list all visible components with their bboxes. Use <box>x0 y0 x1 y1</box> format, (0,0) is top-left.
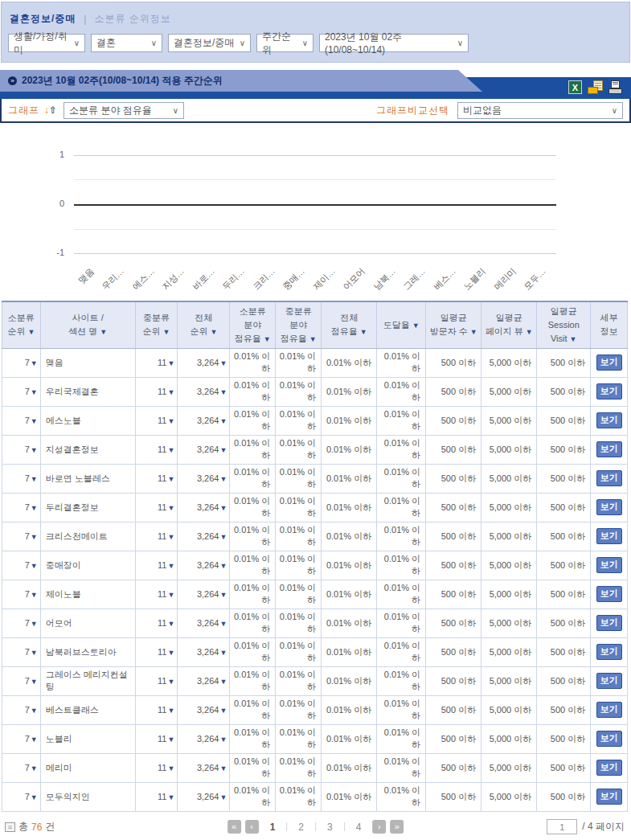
total-rank-value: 3,264 <box>197 358 219 367</box>
total-rank-value: 3,264 <box>197 502 219 512</box>
graph-metric-select[interactable]: 소분류 분야 점유율 ∨ <box>64 102 184 119</box>
midcategory-share-value: 0.01% 이하 <box>276 695 322 724</box>
col-header-avg-session-visit[interactable]: 일평균 Session Visit▼ <box>537 301 591 348</box>
col-header-reach[interactable]: 도달율▼ <box>377 301 426 348</box>
view-detail-button[interactable]: 보기 <box>596 586 622 602</box>
graph-compare-select[interactable]: 비교없음 ∨ <box>457 102 623 119</box>
ranking-table-body: 7▼ 맺음 11▼ 3,264▼ 0.01% 이하 0.01% 이하 0.01%… <box>2 348 628 811</box>
site-name: 모두의지인 <box>40 782 135 811</box>
total-share-value: 0.01% 이하 <box>322 666 377 695</box>
table-row: 7▼ 그레이스 메리지컨설팅 11▼ 3,264▼ 0.01% 이하 0.01%… <box>2 666 628 695</box>
page-number-3[interactable]: 3 <box>320 822 340 833</box>
x-axis-label: 에스… <box>129 265 157 293</box>
site-name: 남북러브스토리아 <box>40 637 135 666</box>
avg-daily-visitors-value: 500 이하 <box>426 637 481 666</box>
tab-subcategory-rank-info[interactable]: 소분류 순위정보 <box>94 12 170 26</box>
avg-daily-visitors-value: 500 이하 <box>426 666 481 695</box>
view-detail-button[interactable]: 보기 <box>596 528 622 544</box>
page-input[interactable] <box>547 819 577 834</box>
sort-down-icon: ▼ <box>526 328 533 336</box>
page-number-1[interactable]: 1 <box>263 822 283 833</box>
subcategory-share-value: 0.01% 이하 <box>230 724 276 753</box>
rank-down-icon: ▼ <box>167 417 174 425</box>
midcategory-rank-value: 11 <box>158 792 166 801</box>
view-detail-button[interactable]: 보기 <box>596 557 622 573</box>
period-type-select[interactable]: 주간순위 ∨ <box>256 34 313 52</box>
page-number-4[interactable]: 4 <box>349 822 369 833</box>
view-detail-button[interactable]: 보기 <box>596 383 622 400</box>
total-share-value: 0.01% 이하 <box>322 377 377 406</box>
category-mid-select[interactable]: 결혼 ∨ <box>91 34 162 52</box>
print-icon[interactable] <box>608 80 623 94</box>
x-axis-labels: 맺음우리…에스…지성…바로…두리…크리…중매…제이…어모어남북…그레…베스…노블… <box>74 256 556 296</box>
view-detail-button[interactable]: 보기 <box>596 499 622 515</box>
midcategory-share-value: 0.01% 이하 <box>276 464 322 493</box>
graph-label: 그래프 <box>8 104 39 117</box>
arrow-up-icon[interactable]: ⇧ <box>49 104 57 116</box>
chevron-down-icon: ∨ <box>151 39 157 47</box>
view-detail-button[interactable]: 보기 <box>596 470 622 486</box>
page-first-button[interactable]: « <box>227 820 241 834</box>
subcategory-rank-value: 7 <box>25 734 30 744</box>
avg-session-visit-value: 500 이하 <box>537 753 591 782</box>
rank-down-icon: ▼ <box>219 736 227 744</box>
rank-down-icon: ▼ <box>167 504 174 512</box>
view-detail-button[interactable]: 보기 <box>596 644 622 660</box>
col-header-avg-pageviews[interactable]: 일평균 페이지 뷰▼ <box>481 301 537 348</box>
midcategory-rank-value: 11 <box>158 502 166 512</box>
rank-down-icon: ▼ <box>31 736 38 744</box>
col-header-midcategory-rank[interactable]: 중분류 순위▼ <box>135 301 178 348</box>
period-week-select[interactable]: 2023년 10월 02주(10/08~10/14) ∨ <box>319 34 469 52</box>
col-header-avg-visitors[interactable]: 일평균 방문자 수▼ <box>426 301 481 348</box>
view-detail-button[interactable]: 보기 <box>596 615 622 631</box>
site-name: 맺음 <box>40 348 135 377</box>
sort-direction-toggle[interactable]: ↓⇧ <box>44 104 57 116</box>
col-header-subcategory-share[interactable]: 소분류 분야 점유율▼ <box>230 301 276 348</box>
avg-daily-visitors-value: 500 이하 <box>426 782 481 811</box>
site-name: 노블리 <box>40 724 135 753</box>
view-detail-button[interactable]: 보기 <box>596 673 622 689</box>
rank-down-icon: ▼ <box>219 793 227 801</box>
rank-down-icon: ▼ <box>31 533 38 541</box>
rank-down-icon: ▼ <box>219 620 227 628</box>
subcategory-share-value: 0.01% 이하 <box>230 348 276 377</box>
subcategory-rank-value: 7 <box>25 589 30 599</box>
paper-icon <box>611 80 620 88</box>
category-large-select[interactable]: 생활/가정/취미 ∨ <box>8 34 85 52</box>
subcategory-share-value: 0.01% 이하 <box>230 493 276 522</box>
total-rank-value: 3,264 <box>197 734 219 744</box>
total-share-value: 0.01% 이하 <box>322 580 377 608</box>
page-number-2[interactable]: 2 <box>291 822 311 833</box>
excel-export-icon[interactable]: X <box>568 80 582 94</box>
table-row: 7▼ 두리결혼정보 11▼ 3,264▼ 0.01% 이하 0.01% 이하 0… <box>2 493 628 522</box>
view-detail-button[interactable]: 보기 <box>596 760 622 776</box>
page-last-button[interactable]: » <box>390 820 404 834</box>
col-header-total-rank[interactable]: 전체 순위▼ <box>178 301 230 348</box>
midcategory-rank-value: 11 <box>158 589 166 599</box>
sort-down-icon: ▼ <box>100 328 107 336</box>
page-next-button[interactable]: › <box>372 820 386 834</box>
rank-down-icon: ▼ <box>219 591 227 599</box>
view-detail-button[interactable]: 보기 <box>596 354 622 371</box>
rank-down-icon: ▼ <box>219 446 227 454</box>
footer: ≡ 총 76 건 « ‹ 1 2 3 4 › » / 4 페이지 <box>0 815 631 839</box>
col-header-midcategory-share[interactable]: 중분류 분야 점유율▼ <box>276 301 322 348</box>
email-export-icon[interactable] <box>588 80 603 94</box>
avg-daily-pageviews-value: 5,000 이하 <box>481 464 537 493</box>
category-sub-select[interactable]: 결혼정보/중매 ∨ <box>168 34 251 52</box>
view-detail-button[interactable]: 보기 <box>596 789 622 805</box>
view-detail-button[interactable]: 보기 <box>596 702 622 718</box>
col-header-total-share[interactable]: 전체 점유율▼ <box>322 301 377 348</box>
sort-down-icon: ▼ <box>470 328 477 336</box>
col-header-site-name[interactable]: 사이트 / 섹션 명▼ <box>40 301 135 348</box>
rank-down-icon: ▼ <box>219 475 227 483</box>
page-prev-button[interactable]: ‹ <box>245 820 259 834</box>
col-header-subcategory-rank[interactable]: 소분류 순위▼ <box>2 301 41 348</box>
view-detail-button[interactable]: 보기 <box>596 731 622 747</box>
subcategory-share-value: 0.01% 이하 <box>230 782 276 811</box>
avg-daily-pageviews-value: 5,000 이하 <box>481 695 537 724</box>
rank-down-icon: ▼ <box>167 475 174 483</box>
midcategory-share-value: 0.01% 이하 <box>276 753 322 782</box>
view-detail-button[interactable]: 보기 <box>596 412 622 428</box>
view-detail-button[interactable]: 보기 <box>596 441 622 457</box>
